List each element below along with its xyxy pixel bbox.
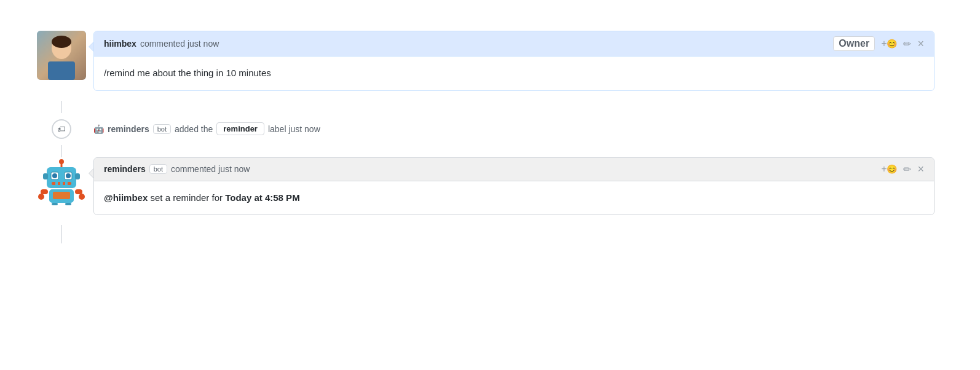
- tag-icon: 🏷: [57, 124, 66, 134]
- svg-point-12: [66, 173, 71, 178]
- emoji-icon-2: [887, 163, 897, 174]
- comment-arrow-bot-inner: [89, 169, 93, 178]
- add-reaction-button-2[interactable]: [881, 163, 897, 175]
- close-comment-button-2[interactable]: ×: [917, 163, 924, 176]
- comment1-text: /remind me about the thing in 10 minutes: [104, 68, 271, 78]
- svg-rect-14: [55, 182, 58, 185]
- event-bot-badge: bot: [153, 124, 171, 134]
- avatar-image: [37, 31, 86, 80]
- comment1-author: hiimbex: [104, 39, 136, 49]
- comment-block-user: hiimbex commented just now Owner ✏ ×: [37, 31, 935, 91]
- svg-point-7: [59, 159, 64, 164]
- connector-line-2: [61, 145, 62, 157]
- svg-rect-22: [75, 189, 82, 194]
- event-label-badge: reminder: [216, 122, 264, 135]
- comment-wrapper-user: hiimbex commented just now Owner ✏ ×: [93, 31, 935, 91]
- user-avatar: [37, 31, 86, 80]
- comment-block-bot: reminders bot commented just now ✏ ×: [37, 157, 935, 216]
- add-reaction-button[interactable]: [881, 38, 897, 49]
- comment1-header-left: hiimbex commented just now: [104, 39, 219, 49]
- comment-wrapper-bot: reminders bot commented just now ✏ ×: [93, 157, 935, 216]
- connector-line-3: [61, 225, 62, 243]
- event-bot-name: reminders: [108, 124, 149, 134]
- edit-comment-button[interactable]: ✏: [903, 38, 911, 50]
- edit-comment-button-2[interactable]: ✏: [903, 163, 911, 175]
- svg-rect-16: [65, 182, 68, 185]
- event-content: 🤖 reminders bot added the reminder label…: [93, 122, 935, 135]
- svg-rect-18: [75, 173, 80, 179]
- event-action-text: added the: [175, 124, 213, 134]
- comment2-container: reminders bot commented just now ✏ ×: [93, 157, 935, 216]
- svg-rect-15: [60, 182, 63, 185]
- comment2-author: reminders: [104, 164, 146, 174]
- comment2-bold-text: Today at 4:58 PM: [225, 192, 299, 203]
- comment-arrow-bot: [89, 168, 93, 178]
- svg-rect-21: [41, 189, 48, 194]
- emoji-icon: [887, 38, 897, 49]
- svg-rect-17: [43, 173, 48, 179]
- comment2-header-left: reminders bot commented just now: [104, 164, 250, 174]
- svg-point-24: [79, 194, 85, 200]
- comment2-body-middle: set a reminder for: [148, 192, 225, 203]
- comment2-header: reminders bot commented just now ✏ ×: [94, 158, 934, 181]
- comment1-header-right: Owner ✏ ×: [833, 36, 924, 51]
- tag-icon-circle: 🏷: [52, 119, 71, 139]
- timeline-event-label: 🏷 🤖 reminders bot added the reminder lab…: [37, 119, 935, 139]
- comment2-meta: commented just now: [171, 164, 250, 174]
- comment-arrow-inner: [89, 42, 93, 51]
- connector-line-1: [61, 101, 62, 113]
- comment2-body: @hiimbex set a reminder for Today at 4:5…: [94, 181, 934, 215]
- timeline-container: hiimbex commented just now Owner ✏ ×: [25, 12, 947, 262]
- svg-rect-26: [65, 203, 71, 205]
- event-icon-container: 🏷: [37, 119, 86, 139]
- comment1-body: /remind me about the thing in 10 minutes: [94, 57, 934, 90]
- comment2-header-right: ✏ ×: [881, 163, 924, 176]
- main-timeline: hiimbex commented just now Owner ✏ ×: [37, 31, 935, 243]
- owner-badge: Owner: [833, 36, 875, 51]
- comment1-header: hiimbex commented just now Owner ✏ ×: [94, 31, 934, 57]
- event-bot-emoji: 🤖: [93, 124, 104, 134]
- svg-point-11: [52, 173, 57, 178]
- close-comment-button[interactable]: ×: [917, 37, 924, 50]
- comment1-meta: commented just now: [140, 39, 219, 49]
- event-label-suffix: label just now: [268, 124, 320, 134]
- svg-rect-20: [53, 192, 70, 199]
- comment2-mention: @hiimbex: [104, 192, 148, 203]
- comment-arrow-user: [89, 42, 93, 52]
- svg-rect-3: [48, 61, 75, 80]
- comment2-bot-badge: bot: [149, 164, 167, 174]
- svg-point-5: [52, 36, 71, 48]
- bot-avatar: [37, 157, 86, 207]
- comment1-container: hiimbex commented just now Owner ✏ ×: [93, 31, 935, 91]
- svg-point-23: [38, 194, 44, 200]
- svg-rect-25: [52, 203, 58, 205]
